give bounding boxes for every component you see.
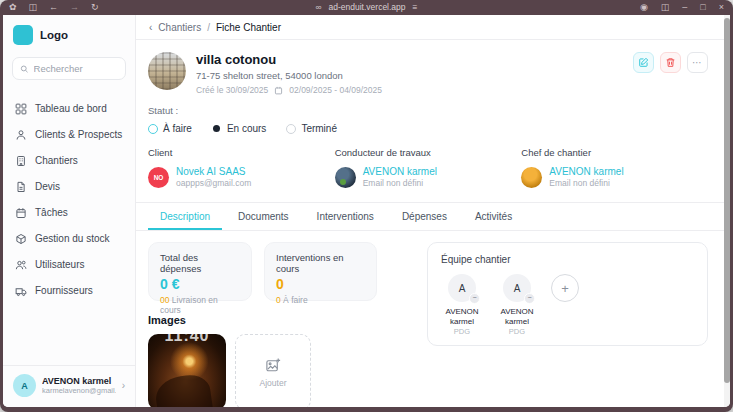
edit-button[interactable] [633,52,654,73]
sidebar-item-chantiers[interactable]: Chantiers [12,148,126,173]
radio-circle-icon [148,124,158,134]
stats-row: Total des dépenses 0 € 00 Livraison en c… [148,242,427,301]
tab-overview-icon[interactable]: ◫ [29,0,38,15]
sidebar-item-label: Tâches [35,207,68,218]
users-icon [15,259,27,271]
browser-titlebar: ✿ ◫ ← → ↻ ∞ ad-enduit.vercel.app ≡ ◉ ◫ –… [0,0,733,15]
radio-label: En cours [227,123,266,134]
close-button[interactable]: × [719,0,724,15]
user-name: AVENON karmel [42,376,116,386]
people-row: Client NO Novek AI SAAS oappps@gmail.com… [148,147,708,188]
search-box[interactable] [12,57,126,80]
tab-depenses[interactable]: Dépenses [390,203,459,230]
calendar-icon [274,86,283,95]
tune-icon[interactable]: ≡ [413,0,418,15]
url-text[interactable]: ad-enduit.vercel.app [329,0,406,15]
radio-label: Terminé [301,123,337,134]
extensions-icon[interactable]: ◉ [640,0,648,15]
tab-description[interactable]: Description [148,203,222,230]
date-range: 02/09/2025 - 04/09/2025 [289,85,382,95]
sidebar-nav: Tableau de bord Clients & Prospects Chan… [12,96,126,303]
calendar-icon [15,207,27,219]
tab-interventions[interactable]: Interventions [305,203,386,230]
breadcrumb-parent[interactable]: Chantiers [158,22,201,33]
sidebar-item-gestion-du-stock[interactable]: Gestion du stock [12,226,126,251]
add-member-button[interactable]: + [551,274,579,302]
member-role: PDG [454,327,470,336]
logo[interactable]: Logo [13,25,125,45]
site-image-thumbnail[interactable]: 11:40 [148,334,226,407]
sidebar-item-label: Fournisseurs [35,285,93,296]
document-icon [15,181,27,193]
interventions-sub: 0 À faire [276,295,365,305]
maximize-button[interactable]: □ [700,0,705,15]
conductor-avatar [335,167,356,188]
interventions-sub-label: À faire [283,295,308,305]
radio-en-cours[interactable]: En cours [212,123,266,134]
expenses-value: 0 € [160,276,240,292]
tab-activites[interactable]: Activités [463,203,524,230]
expenses-sub-value: 00 [160,295,169,305]
reload-icon[interactable]: ↻ [91,0,99,15]
remove-member-button[interactable]: − [469,293,480,304]
interventions-sub-value: 0 [276,295,281,305]
chevron-right-icon: › [122,380,125,391]
sidebar-user[interactable]: A AVENON karmel karmelavenon@gmail... › [3,365,135,403]
page-content: villa cotonou 71-75 shelton street, 5400… [136,40,730,407]
breadcrumb: ‹ Chantiers / Fiche Chantier [136,15,730,40]
remove-member-button[interactable]: − [524,293,535,304]
client-label: Client [148,147,335,158]
sidebar-item-utilisateurs[interactable]: Utilisateurs [12,252,126,277]
expenses-title: Total des dépenses [160,252,240,274]
scrollbar-thumb[interactable] [724,18,730,383]
image-overlay-text: 11:40 [148,334,226,345]
sidebar-item-taches[interactable]: Tâches [12,200,126,225]
image-hand-shape [153,372,213,407]
team-title: Équipe chantier [441,254,694,265]
interventions-title: Interventions en cours [276,252,365,274]
secure-link-icon[interactable]: ∞ [315,0,321,15]
delete-button[interactable] [660,52,681,73]
truck-icon [15,285,27,297]
sidebar: Logo Tableau de bord Clients & Prospects… [3,15,136,407]
sidebar-item-clients-prospects[interactable]: Clients & Prospects [12,122,126,147]
team-card: Équipe chantier A − AVENON karmel PDG [427,242,708,346]
split-view-icon[interactable]: ◫ [661,0,670,15]
site-title: villa cotonou [196,52,382,67]
expenses-sub-label: Livraison en cours [160,295,218,315]
chief-name-link[interactable]: AVENON karmel [549,166,623,177]
building-icon [15,155,27,167]
logo-label: Logo [40,29,68,41]
member-name: AVENON karmel [441,307,483,326]
logo-icon [13,25,33,45]
radio-circle-icon [286,124,296,134]
page-title: Fiche Chantier [216,22,281,33]
conductor-label: Conducteur de travaux [335,147,522,158]
radio-a-faire[interactable]: À faire [148,123,192,134]
back-icon[interactable]: ← [49,0,58,15]
sidebar-item-fournisseurs[interactable]: Fournisseurs [12,278,126,303]
conductor-name-link[interactable]: AVENON karmel [363,166,437,177]
team-member: A − AVENON karmel PDG [441,274,483,336]
more-icon: ⋯ [692,57,703,68]
add-image-button[interactable]: Ajouter [235,334,311,407]
scrollbar[interactable] [724,15,730,407]
expenses-sub: 00 Livraison en cours [160,295,240,315]
radio-termine[interactable]: Terminé [286,123,337,134]
more-options-button[interactable]: ⋯ [687,52,708,73]
search-input[interactable] [34,63,118,74]
breadcrumb-separator: / [207,22,210,33]
image-add-icon [265,357,282,374]
forward-icon[interactable]: → [70,0,79,15]
conductor-email: Email non défini [363,178,437,188]
member-name: AVENON karmel [496,307,538,326]
client-name-link[interactable]: Novek AI SAAS [176,166,251,177]
interventions-card: Interventions en cours 0 0 À faire [264,242,377,301]
sidebar-item-devis[interactable]: Devis [12,174,126,199]
radio-selected-icon [213,125,220,132]
breadcrumb-back-icon[interactable]: ‹ [149,22,152,33]
sidebar-item-tableau-de-bord[interactable]: Tableau de bord [12,96,126,121]
workspace-icon[interactable]: ✿ [9,0,17,15]
tab-documents[interactable]: Documents [226,203,301,230]
minimize-button[interactable]: – [682,0,687,15]
